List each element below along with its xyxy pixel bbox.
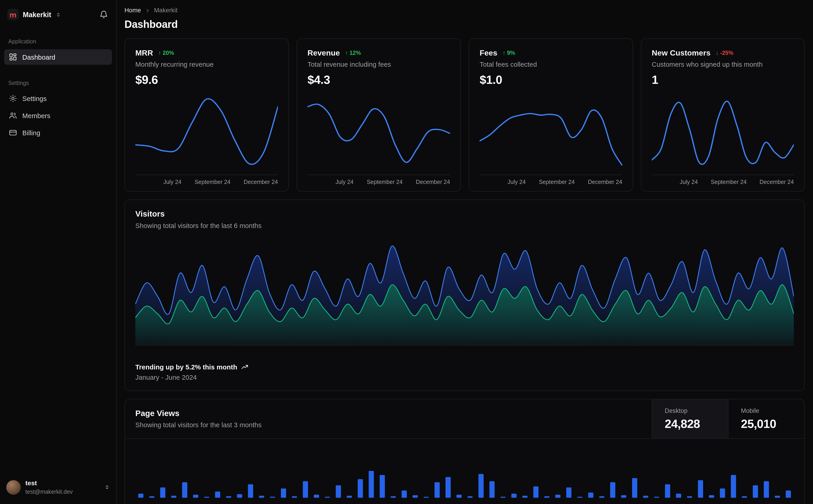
trend-value: 12% bbox=[349, 50, 361, 56]
x-axis-label: July 24 bbox=[336, 179, 354, 185]
sidebar-nav: Application Dashboard Settings Settings bbox=[4, 38, 112, 476]
breadcrumb: Home Makerkit bbox=[124, 6, 805, 14]
stat-value: $9.6 bbox=[135, 73, 278, 87]
makerkit-logo-icon: m bbox=[7, 9, 19, 20]
stat-description: Customers who signed up this month bbox=[652, 61, 794, 68]
stat-value: $1.0 bbox=[480, 73, 622, 87]
x-axis-label: July 24 bbox=[163, 179, 181, 185]
trend-badge: ↓ -25% bbox=[716, 50, 734, 56]
trend-badge: ↑ 20% bbox=[158, 50, 174, 56]
stat-cards-row: MRR ↑ 20% Monthly recurring revenue $9.6… bbox=[124, 38, 805, 192]
stat-chart bbox=[652, 92, 794, 175]
breadcrumb-home[interactable]: Home bbox=[124, 7, 141, 14]
stat-title: Fees bbox=[480, 48, 497, 57]
dashboard-icon bbox=[9, 53, 17, 61]
x-axis-label: September 24 bbox=[194, 179, 231, 185]
stat-card-mrr: MRR ↑ 20% Monthly recurring revenue $9.6… bbox=[124, 38, 289, 192]
nav-section-label-application: Application bbox=[4, 38, 112, 45]
x-axis-label: December 24 bbox=[244, 179, 278, 185]
notifications-button[interactable] bbox=[96, 7, 111, 22]
chevrons-up-down-icon bbox=[104, 484, 110, 490]
page-views-header: Page Views Showing total visitors for th… bbox=[125, 399, 804, 439]
user-email: test@makerkit.dev bbox=[25, 488, 73, 495]
trend-value: 20% bbox=[162, 50, 174, 56]
gear-icon bbox=[9, 94, 17, 103]
logo-letter: m bbox=[10, 11, 16, 18]
stat-chart bbox=[307, 92, 450, 175]
trend-up-icon: ↑ bbox=[502, 50, 505, 56]
stat-title: MRR bbox=[135, 48, 153, 57]
chevron-right-icon bbox=[145, 8, 150, 13]
sidebar-item-members[interactable]: Members bbox=[4, 108, 112, 123]
sidebar-item-label: Settings bbox=[22, 95, 47, 102]
x-axis-label: September 24 bbox=[539, 179, 575, 185]
bell-icon bbox=[99, 10, 108, 19]
sidebar-item-label: Billing bbox=[22, 129, 40, 136]
stat-card-new-customers: New Customers ↓ -25% Customers who signe… bbox=[641, 38, 805, 192]
trend-up-icon: ↑ bbox=[345, 50, 348, 56]
stat-description: Total revenue including fees bbox=[307, 61, 450, 68]
tab-label: Desktop bbox=[665, 407, 688, 414]
tab-desktop[interactable]: Desktop 24,828 bbox=[652, 399, 728, 438]
breadcrumb-current: Makerkit bbox=[154, 7, 177, 14]
visitors-title: Visitors bbox=[135, 209, 794, 219]
visitors-trend-text: Trending up by 5.2% this month bbox=[135, 363, 237, 371]
x-axis-label: December 24 bbox=[416, 179, 450, 185]
stat-value: $4.3 bbox=[307, 73, 450, 87]
screen: m Makerkit Application bbox=[0, 0, 813, 504]
trend-value: -25% bbox=[720, 50, 733, 56]
x-axis-labels: July 24 September 24 December 24 bbox=[307, 175, 450, 185]
sidebar: m Makerkit Application bbox=[0, 0, 117, 504]
users-icon bbox=[9, 111, 17, 119]
trending-up-icon bbox=[241, 363, 249, 371]
stat-card-revenue: Revenue ↑ 12% Total revenue including fe… bbox=[297, 38, 461, 192]
tab-label: Mobile bbox=[741, 407, 759, 414]
trend-badge: ↑ 12% bbox=[345, 50, 361, 56]
trend-down-icon: ↓ bbox=[716, 50, 719, 56]
avatar bbox=[6, 480, 21, 494]
x-axis-labels: July 24 September 24 December 24 bbox=[480, 175, 622, 185]
tab-mobile[interactable]: Mobile 25,010 bbox=[728, 399, 804, 438]
app-window: m Makerkit Application bbox=[0, 0, 813, 504]
trend-value: 9% bbox=[507, 50, 515, 56]
visitors-footer: Trending up by 5.2% this month January -… bbox=[135, 363, 794, 381]
page-title: Dashboard bbox=[124, 19, 805, 31]
stat-chart bbox=[135, 92, 278, 175]
tab-value: 24,828 bbox=[665, 417, 700, 431]
x-axis-label: September 24 bbox=[367, 179, 403, 185]
page-views-subtitle: Showing total visitors for the last 3 mo… bbox=[135, 421, 642, 429]
visitors-subtitle: Showing total visitors for the last 6 mo… bbox=[135, 222, 794, 229]
x-axis-label: September 24 bbox=[711, 179, 747, 185]
x-axis-label: July 24 bbox=[508, 179, 526, 185]
sidebar-item-label: Dashboard bbox=[22, 53, 55, 61]
user-name: test bbox=[25, 479, 73, 488]
stat-value: 1 bbox=[652, 73, 794, 87]
workspace-switcher[interactable]: m Makerkit bbox=[7, 9, 61, 20]
nav-section-label-settings: Settings bbox=[4, 80, 112, 86]
visitors-card: Visitors Showing total visitors for the … bbox=[124, 199, 805, 391]
visitors-range-text: January - June 2024 bbox=[135, 374, 794, 381]
main-content: Home Makerkit Dashboard MRR ↑ 20% Monthl… bbox=[117, 0, 813, 504]
sidebar-item-settings[interactable]: Settings bbox=[4, 91, 112, 106]
stat-card-fees: Fees ↑ 9% Total fees collected $1.0 July… bbox=[469, 38, 633, 192]
stat-chart bbox=[480, 92, 622, 175]
x-axis-label: December 24 bbox=[588, 179, 622, 185]
x-axis-label: December 24 bbox=[760, 179, 794, 185]
workspace-name: Makerkit bbox=[23, 11, 51, 18]
page-views-card: Page Views Showing total visitors for th… bbox=[124, 399, 805, 504]
sidebar-item-label: Members bbox=[22, 112, 50, 119]
page-views-chart bbox=[135, 439, 794, 498]
x-axis-labels: July 24 September 24 December 24 bbox=[652, 175, 794, 185]
sidebar-item-dashboard[interactable]: Dashboard bbox=[4, 49, 112, 65]
chevrons-up-down-icon bbox=[55, 12, 61, 17]
trend-up-icon: ↑ bbox=[158, 50, 161, 56]
stat-description: Monthly recurring revenue bbox=[135, 61, 278, 68]
x-axis-labels: July 24 September 24 December 24 bbox=[135, 175, 278, 185]
x-axis-label: July 24 bbox=[680, 179, 698, 185]
visitors-chart bbox=[135, 244, 794, 345]
stat-description: Total fees collected bbox=[480, 61, 622, 68]
sidebar-item-billing[interactable]: Billing bbox=[4, 125, 112, 140]
user-menu[interactable]: test test@makerkit.dev bbox=[4, 476, 112, 498]
credit-card-icon bbox=[9, 128, 17, 137]
stat-title: New Customers bbox=[652, 48, 711, 57]
